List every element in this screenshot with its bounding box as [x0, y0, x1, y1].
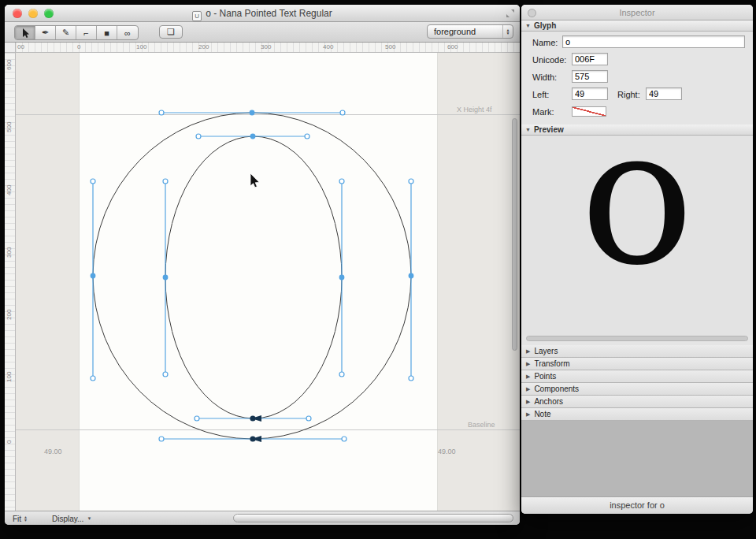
section-note[interactable]: ▶ Note [521, 408, 753, 421]
off-curve-points [91, 110, 413, 441]
pen-icon: ✒ [42, 28, 49, 38]
disclosure-closed-icon: ▶ [526, 374, 530, 380]
circles-icon: ∞ [124, 28, 131, 38]
unicode-label: Unicode: [532, 55, 566, 65]
section-label: Components [534, 385, 579, 393]
mark-color-swatch[interactable] [572, 106, 606, 117]
preview-section-label: Preview [534, 125, 564, 134]
display-popup-label: Display... [52, 515, 83, 523]
ruler-label: 0 [6, 440, 13, 444]
toolbar: ✒ ✎ ⌐ ■ ∞ ❏ foreground ▲▼ [5, 22, 520, 43]
section-anchors[interactable]: ▶ Anchors [521, 396, 753, 408]
mark-label: Mark: [532, 107, 554, 117]
vertical-scrollbar[interactable] [512, 118, 517, 351]
name-field[interactable] [562, 35, 745, 48]
inspector-empty-area [521, 421, 753, 496]
glyph-outline-svg[interactable] [16, 53, 520, 511]
inspector-footer: inspector for o [521, 496, 753, 514]
layer-popup-value: foreground [434, 27, 476, 36]
ruler-label: 100 [136, 43, 146, 50]
glyph-section-header[interactable]: ▼ Glyph [521, 20, 753, 32]
pencil-tool-button[interactable]: ✎ [56, 26, 76, 39]
section-points[interactable]: ▶ Points [521, 370, 753, 383]
fullscreen-icon[interactable] [506, 9, 515, 18]
left-label: Left: [532, 90, 549, 99]
ruler-label: 00 [17, 43, 24, 50]
ruler-label: 0 [77, 43, 80, 50]
ruler-label: 300 [261, 43, 271, 50]
inspector-panel: Inspector ▼ Glyph Name: Unicode: Width: … [521, 5, 753, 514]
ruler-label: 600 [447, 43, 458, 50]
glyph-preview: o [521, 136, 753, 307]
section-label: Transform [534, 359, 569, 368]
selected-points [250, 415, 261, 442]
section-label: Note [534, 410, 550, 418]
display-popup[interactable]: Display... ▼ [52, 513, 91, 524]
rectangle-icon: ■ [104, 28, 109, 38]
disclosure-closed-icon: ▶ [526, 386, 530, 392]
popup-arrows-icon: ▲▼ [502, 25, 513, 38]
width-field[interactable] [572, 70, 608, 83]
horizontal-scrollbar[interactable] [233, 514, 513, 522]
triangle-down-icon: ▼ [87, 516, 91, 521]
window-title-text: o - Nana Pointed Text Regular [206, 8, 332, 19]
left-field[interactable] [572, 87, 608, 100]
window-title: Uo - Nana Pointed Text Regular [5, 8, 520, 21]
preview-scrollbar[interactable] [526, 336, 748, 341]
disclosure-closed-icon: ▶ [526, 399, 530, 405]
section-label: Anchors [534, 397, 563, 406]
right-label: Right: [617, 90, 640, 99]
shapes-tool-button[interactable]: ∞ [117, 26, 138, 39]
transform-tool-button[interactable]: ❏ [159, 25, 183, 39]
control-handles [93, 113, 411, 439]
ruler-corner [5, 43, 16, 53]
tool-group: ✒ ✎ ⌐ ■ ∞ [14, 25, 139, 40]
horizontal-ruler: 00 0 100 200 300 400 500 600 [16, 43, 520, 53]
ruler-label: 400 [323, 43, 333, 50]
status-bar: Fit ▲▼ Display... ▼ [5, 511, 520, 525]
glyph-outline [93, 113, 411, 439]
section-label: Points [534, 372, 556, 381]
ruler-label: 100 [6, 372, 13, 382]
disclosure-closed-icon: ▶ [526, 361, 530, 367]
name-label: Name: [532, 38, 558, 47]
inspector-title: Inspector [521, 8, 753, 17]
disclosure-open-icon: ▼ [525, 23, 531, 28]
titlebar[interactable]: Uo - Nana Pointed Text Regular [5, 5, 520, 22]
ruler-label: 500 [6, 122, 13, 132]
disclosure-closed-icon: ▶ [526, 411, 530, 418]
document-proxy-icon[interactable]: U [192, 11, 202, 21]
glyph-edit-canvas[interactable]: X Height 4f Baseline 49.00 49.00 [16, 53, 520, 511]
ruler-label: 200 [198, 43, 209, 50]
mouse-cursor-icon [250, 173, 259, 188]
fit-popup-label: Fit [13, 515, 21, 523]
inspector-titlebar[interactable]: Inspector [521, 5, 753, 20]
font-editor-window: Uo - Nana Pointed Text Regular ✒ ✎ ⌐ ■ ∞… [5, 5, 520, 525]
ruler-label: 200 [6, 310, 13, 320]
section-layers[interactable]: ▶ Layers [521, 345, 753, 358]
select-tool-button[interactable] [15, 26, 35, 39]
corner-tool-button[interactable]: ⌐ [76, 26, 97, 39]
section-components[interactable]: ▶ Components [521, 383, 753, 396]
glyph-section-label: Glyph [534, 21, 556, 30]
primitives-tool-button[interactable]: ■ [97, 26, 117, 39]
layer-popup[interactable]: foreground ▲▼ [427, 24, 513, 39]
fit-popup[interactable]: Fit ▲▼ [13, 513, 28, 524]
transform-icon: ❏ [167, 27, 175, 37]
section-transform[interactable]: ▶ Transform [521, 358, 753, 370]
ruler-label: 300 [6, 247, 13, 258]
pencil-icon: ✎ [62, 28, 69, 38]
unicode-field[interactable] [572, 53, 608, 65]
corner-icon: ⌐ [83, 28, 88, 38]
right-field[interactable] [646, 87, 682, 100]
ruler-label: 500 [385, 43, 395, 50]
section-label: Layers [534, 347, 558, 355]
ruler-label: 400 [6, 185, 13, 195]
ruler-label: 600 [6, 60, 13, 70]
glyph-preview-area: o [521, 136, 753, 336]
preview-section-header[interactable]: ▼ Preview [521, 125, 753, 136]
popup-arrows-icon: ▲▼ [24, 515, 28, 522]
select-arrow-icon [20, 28, 30, 39]
pen-tool-button[interactable]: ✒ [35, 26, 56, 39]
vertical-ruler: 600 500 400 300 200 100 0 [5, 53, 16, 511]
